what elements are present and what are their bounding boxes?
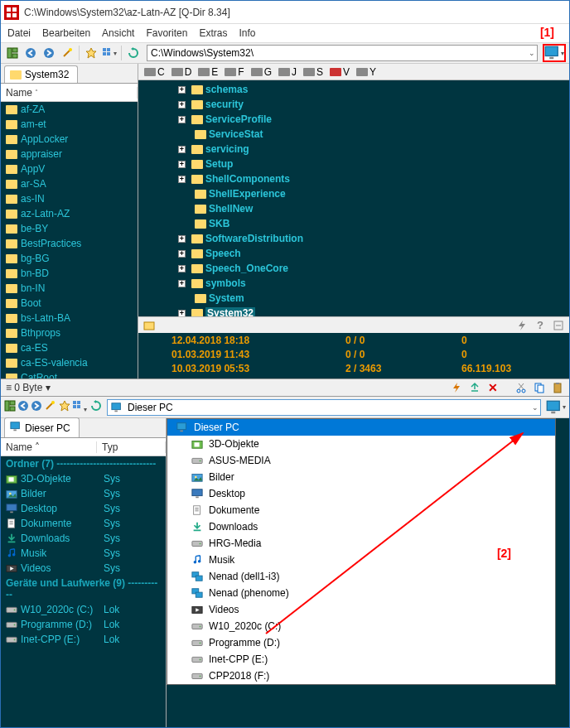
col-name2[interactable]: Name ˄: [1, 441, 97, 453]
address-bar[interactable]: C:\Windows\System32\ ⌄: [147, 45, 538, 61]
list-item[interactable]: as-IN: [1, 191, 138, 206]
address-dropdown[interactable]: Dieser PC3D-ObjekteASUS-MEDIABilderDeskt…: [167, 418, 556, 685]
paste-icon[interactable]: [551, 381, 564, 394]
list-item[interactable]: az-Latn-AZ: [1, 206, 138, 221]
tree-item[interactable]: System: [138, 291, 569, 306]
list-item[interactable]: Bthprops: [1, 325, 138, 340]
menu-info[interactable]: Info: [239, 27, 255, 39]
folder-tree[interactable]: +schemas+security+ServiceProfileServiceS…: [138, 80, 569, 316]
tree-item[interactable]: ShellExperience: [138, 186, 569, 201]
expander-icon[interactable]: +: [178, 161, 186, 168]
menu-edit[interactable]: Bearbeiten: [42, 27, 90, 39]
tree-item[interactable]: ServiceStat: [138, 127, 569, 142]
help-icon[interactable]: ?: [534, 320, 546, 331]
tree-item[interactable]: +Speech: [138, 246, 569, 261]
list-item[interactable]: BestPractices: [1, 236, 138, 251]
list-item[interactable]: bn-IN: [1, 281, 138, 296]
expander-icon[interactable]: +: [178, 86, 186, 94]
dropdown-item[interactable]: Desktop: [167, 485, 555, 502]
tree-item[interactable]: ShellNew: [138, 201, 569, 216]
tab-dieserpc[interactable]: Dieser PC: [4, 417, 80, 437]
list-item[interactable]: W10_2020c (C:)Lok: [1, 602, 166, 617]
tree-item[interactable]: +System32: [138, 306, 569, 316]
drive-D[interactable]: D: [169, 66, 195, 78]
bolt2-icon[interactable]: [450, 381, 463, 394]
bolt-icon[interactable]: [516, 320, 528, 331]
upper-left-filelist[interactable]: af-ZAam-etAppLockerappraiserAppVar-SAas-…: [1, 102, 138, 378]
dropdown-item[interactable]: Programme (D:): [167, 634, 555, 651]
list-item[interactable]: appraiser: [1, 147, 138, 162]
drive-C[interactable]: C: [142, 66, 167, 78]
dropdown-item[interactable]: HRG-Media: [167, 535, 555, 552]
drive-J[interactable]: J: [276, 66, 299, 78]
lower-left-filelist[interactable]: Ordner (7) -----------------------------…: [1, 456, 166, 728]
drive-E[interactable]: E: [196, 66, 220, 78]
magic2-button[interactable]: [44, 400, 56, 414]
list-item[interactable]: DownloadsSys: [1, 531, 166, 546]
expander-icon[interactable]: +: [178, 265, 186, 272]
dropdown-item[interactable]: CPP2018 (F:): [167, 668, 555, 684]
dropdown-item[interactable]: Dieser PC: [167, 419, 555, 436]
expander-icon[interactable]: +: [178, 176, 186, 183]
expander-icon[interactable]: +: [178, 280, 186, 287]
drive-V[interactable]: V: [327, 66, 352, 78]
drive-Y[interactable]: Y: [354, 66, 379, 78]
tree-item[interactable]: +Speech_OneCore: [138, 261, 569, 276]
favorites2-button[interactable]: [59, 400, 70, 414]
monitor-drop-button[interactable]: ▾: [543, 44, 566, 62]
dropdown-item[interactable]: Nenad (dell1-i3): [167, 568, 555, 585]
list-item[interactable]: Programme (D:)Lok: [1, 617, 166, 632]
list-item[interactable]: VideosSys: [1, 561, 166, 576]
refresh2-button[interactable]: [90, 400, 102, 414]
tree-item[interactable]: +ShellComponents: [138, 171, 569, 186]
list-item[interactable]: Boot: [1, 296, 138, 311]
dropdown-item[interactable]: Dokumente: [167, 502, 555, 518]
view-mode2-button[interactable]: ▾: [72, 400, 87, 414]
menu-file[interactable]: Datei: [7, 27, 31, 39]
magic-button[interactable]: [59, 45, 75, 61]
col-type[interactable]: Typ: [97, 441, 166, 453]
dropdown-item[interactable]: Videos: [167, 601, 555, 618]
copy-icon[interactable]: [533, 381, 546, 394]
monitor2-button[interactable]: ▾: [546, 399, 566, 416]
list-item[interactable]: af-ZA: [1, 102, 138, 117]
back2-button[interactable]: [17, 400, 29, 414]
expander-icon[interactable]: +: [178, 250, 186, 258]
dropdown-item[interactable]: Bilder: [167, 469, 555, 485]
list-item[interactable]: be-BY: [1, 221, 138, 236]
tree-item[interactable]: +ServiceProfile: [138, 112, 569, 127]
expander-icon[interactable]: +: [178, 310, 186, 317]
tree-item[interactable]: +Setup: [138, 157, 569, 171]
col-name[interactable]: Name ˄: [1, 87, 138, 99]
refresh-button[interactable]: [125, 45, 142, 61]
forward-button[interactable]: [41, 45, 57, 61]
list-item[interactable]: ca-ES-valencia: [1, 355, 138, 370]
drive-F[interactable]: F: [222, 66, 246, 78]
drive-G[interactable]: G: [249, 66, 274, 78]
expander-icon[interactable]: +: [178, 146, 186, 153]
list-item[interactable]: AppLocker: [1, 132, 138, 147]
delete-icon[interactable]: ✕: [486, 381, 500, 394]
forward2-button[interactable]: [31, 400, 42, 414]
expander-icon[interactable]: +: [178, 101, 186, 108]
favorites-button[interactable]: [83, 45, 99, 61]
cut-icon[interactable]: [514, 381, 528, 394]
back-button[interactable]: [22, 45, 39, 61]
dropdown-item[interactable]: Inet-CPP (E:): [167, 651, 555, 668]
expander-icon[interactable]: +: [178, 116, 186, 123]
menu-fav[interactable]: Favoriten: [146, 27, 187, 39]
dropdown-item[interactable]: Nenad (phenome): [167, 585, 555, 601]
tree-item[interactable]: +servicing: [138, 142, 569, 157]
tree-item[interactable]: +security: [138, 97, 569, 112]
list-item[interactable]: CatRoot: [1, 370, 138, 378]
list-item[interactable]: bg-BG: [1, 251, 138, 266]
address-drop2-icon[interactable]: ⌄: [532, 403, 539, 412]
list-item[interactable]: ar-SA: [1, 176, 138, 191]
dropdown-item[interactable]: Musik: [167, 552, 555, 568]
tree-item[interactable]: SKB: [138, 216, 569, 231]
layout-button[interactable]: [4, 45, 21, 61]
list-item[interactable]: AppV: [1, 162, 138, 176]
tree-item[interactable]: +symbols: [138, 276, 569, 291]
dropdown-item[interactable]: Downloads: [167, 518, 555, 535]
dropdown-item[interactable]: ASUS-MEDIA: [167, 452, 555, 469]
